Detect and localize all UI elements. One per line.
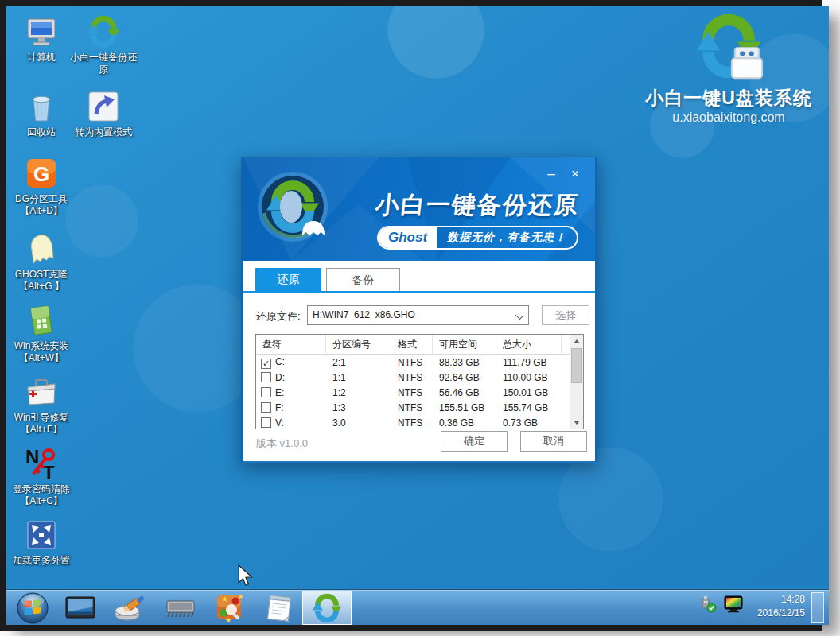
taskbar-clock[interactable]: 14:28 2016/12/15	[741, 593, 805, 621]
column-header-partition: 分区编号	[326, 335, 391, 354]
desktop-icon-dg-partition[interactable]: G DG分区工具【Alt+D】	[6, 156, 76, 217]
minimize-button[interactable]: –	[542, 167, 560, 183]
nt-key-icon: N T	[24, 446, 59, 481]
desktop-icon-password-clear[interactable]: N T 登录密码清除【Alt+C】	[6, 446, 76, 507]
taskbar-item-xiaobai-backup[interactable]	[302, 591, 352, 625]
desktop-icon-label: 加载更多外置	[6, 555, 76, 567]
first-aid-kit-icon	[24, 374, 59, 409]
table-row[interactable]: E: 1:2 NTFS 56.46 GB 150.01 GB	[256, 385, 583, 400]
total-size: 110.00 GB	[496, 372, 562, 383]
tab-underline	[243, 291, 595, 293]
svg-text:★: ★	[238, 593, 243, 600]
backup-arrows-icon	[311, 592, 343, 624]
scroll-thumb[interactable]	[571, 348, 582, 383]
scroll-down-button[interactable]	[570, 416, 583, 429]
drive-letter: F:	[275, 402, 284, 413]
svg-text:N: N	[25, 446, 39, 467]
windows-orb-icon	[17, 592, 49, 624]
format: NTFS	[391, 357, 433, 368]
taskbar-item-notepad[interactable]	[259, 591, 299, 625]
partition-id: 1:3	[326, 402, 391, 413]
computer-icon	[24, 14, 59, 49]
total-size: 111.79 GB	[496, 357, 562, 368]
recycle-bin-icon	[24, 89, 59, 124]
free-space: 0.36 GB	[433, 417, 496, 429]
dialog-header: 小白一键备份还原 Ghost 数据无价，有备无患！ – ×	[243, 157, 595, 261]
close-button[interactable]: ×	[566, 167, 584, 183]
ghost-badge: Ghost 数据无价，有备无患！	[377, 226, 578, 250]
scroll-up-button[interactable]	[570, 335, 583, 347]
free-space: 92.64 GB	[433, 372, 496, 383]
partition-id: 3:0	[326, 417, 391, 429]
tab-restore[interactable]: 还原	[255, 268, 321, 291]
column-header-total: 总大小	[496, 335, 562, 354]
desktop-icon-recycle-bin[interactable]: 回收站	[6, 89, 76, 138]
total-size: 155.74 GB	[496, 402, 562, 413]
ghost-icon	[24, 231, 59, 266]
desktop-icon-label: Win引导修复【Alt+F】	[6, 412, 76, 436]
total-size: 150.01 GB	[496, 387, 562, 398]
svg-text:★: ★	[225, 616, 231, 624]
desktop-icon-xiaobai-backup[interactable]: 小白一键备份还原	[68, 14, 138, 76]
row-checkbox[interactable]	[261, 417, 271, 428]
partition-table: 盘符 分区编号 格式 可用空间 总大小 ✓C: 2:1 NTFS 88.33 G…	[255, 334, 584, 429]
row-checkbox[interactable]	[261, 372, 271, 382]
restore-file-value: H:\WIN7_612_x86.GHO	[313, 309, 415, 320]
tab-backup[interactable]: 备份	[326, 268, 400, 291]
diskgenius-icon: G	[24, 156, 59, 191]
column-header-drive: 盘符	[256, 335, 326, 354]
notepad-icon	[265, 593, 294, 623]
select-file-button[interactable]: 选择	[542, 305, 589, 325]
clock-date: 2016/12/15	[741, 607, 805, 620]
desktop-icon-label: DG分区工具【Alt+D】	[6, 193, 76, 217]
table-row[interactable]: D: 1:1 NTFS 92.64 GB 110.00 GB	[256, 370, 583, 385]
row-checkbox[interactable]: ✓	[261, 359, 271, 369]
desktop-icon-win-install[interactable]: Win系统安装【Alt+W】	[6, 303, 76, 364]
desktop-icon-label: 转为内置模式	[68, 126, 138, 138]
drive-letter: C:	[275, 356, 285, 367]
free-space: 155.51 GB	[433, 402, 496, 413]
svg-text:★: ★	[221, 595, 228, 603]
usb-device-icon[interactable]	[700, 595, 718, 613]
clock-time: 14:28	[741, 593, 805, 607]
drive-letter: E:	[275, 387, 284, 398]
free-space: 88.33 GB	[433, 357, 496, 368]
memory-chip-icon	[164, 595, 197, 622]
format: NTFS	[391, 417, 433, 429]
desktop-icon-boot-repair[interactable]: Win引导修复【Alt+F】	[6, 374, 76, 436]
table-row[interactable]: ✓C: 2:1 NTFS 88.33 GB 111.79 GB	[256, 355, 583, 370]
desktop-icon-label: Win系统安装【Alt+W】	[6, 340, 76, 364]
table-row[interactable]: V: 3:0 NTFS 0.36 GB 0.73 GB	[256, 415, 583, 430]
row-checkbox[interactable]	[261, 402, 271, 413]
partition-id: 1:2	[326, 387, 391, 398]
free-space: 56.46 GB	[433, 387, 496, 398]
taskbar-item-screen-capture[interactable]: ★ ★ ★	[210, 591, 250, 625]
table-row[interactable]: F: 1:3 NTFS 155.51 GB 155.74 GB	[256, 400, 583, 415]
taskbar-item-disk-cleanup[interactable]	[110, 591, 150, 625]
start-button[interactable]	[13, 591, 52, 625]
disk-cleanup-icon	[113, 593, 146, 623]
restore-file-label: 还原文件:	[256, 309, 301, 324]
expand-arrows-icon	[24, 518, 59, 553]
backup-arrows-icon	[86, 14, 121, 49]
desktop-icon-builtin-mode[interactable]: 转为内置模式	[68, 89, 138, 138]
row-checkbox[interactable]	[261, 387, 271, 398]
show-desktop-button[interactable]	[811, 592, 824, 623]
dialog-title: 小白一键备份还原	[374, 189, 581, 222]
desktop-icon-ghost-clone[interactable]: GHOST克隆【Alt+G 】	[6, 231, 76, 293]
taskbar-item-memory-diagnostic[interactable]	[161, 591, 200, 625]
chevron-down-icon	[515, 312, 523, 320]
desktop-icon-computer[interactable]: 计算机	[6, 14, 76, 64]
restore-file-combobox[interactable]: H:\WIN7_612_x86.GHO	[307, 305, 529, 325]
backup-restore-dialog: 小白一键备份还原 Ghost 数据无价，有备无患！ – × 还原 备份 还原文件…	[241, 157, 597, 463]
ghost-brand-label: Ghost	[379, 227, 437, 248]
taskbar-item-desktop-preview[interactable]	[60, 591, 100, 625]
table-scrollbar[interactable]	[570, 335, 583, 429]
tab-bar: 还原 备份	[243, 261, 595, 293]
desktop-icon-load-more[interactable]: 加载更多外置	[6, 518, 76, 567]
wallpaper-brand: 小白一键U盘装系统 u.xiaobaixitong.com	[635, 11, 822, 125]
display-settings-icon[interactable]	[724, 595, 743, 613]
ok-button[interactable]: 确定	[441, 431, 508, 452]
cancel-button[interactable]: 取消	[520, 431, 587, 452]
partition-id: 1:1	[326, 372, 391, 383]
